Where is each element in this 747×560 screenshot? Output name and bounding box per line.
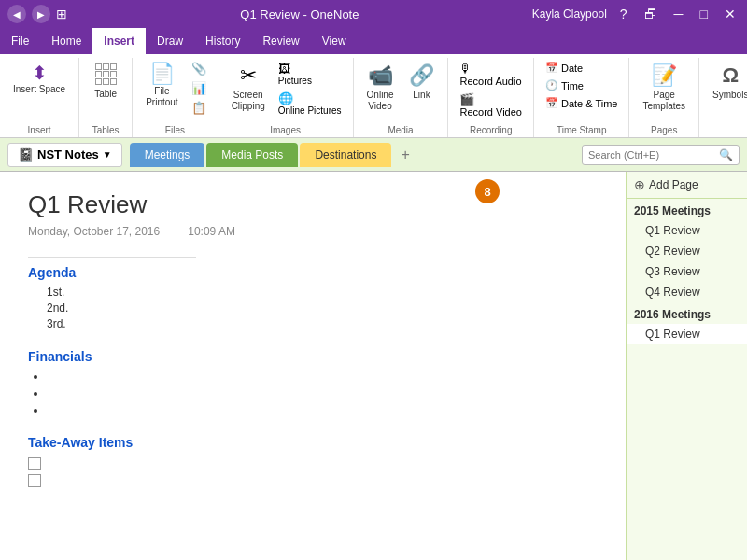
datetime-button[interactable]: 📅 Date & Time [542,95,622,111]
financials-heading: Financials [28,349,598,364]
main-area: 8 Q1 Review Monday, October 17, 2016 10:… [0,172,747,560]
time-button[interactable]: 🕐 Time [542,77,622,93]
ribbon-group-symbols: Ω Symbols [699,58,747,137]
section-tab-media[interactable]: Media Posts [206,143,298,167]
right-panel: ⊕ Add Page 2015 Meetings Q1 Review Q2 Re… [626,172,747,560]
attach-icon: 📎 [191,62,206,76]
add-page-button[interactable]: ⊕ Add Page [627,172,747,199]
page-templates-label: PageTemplates [642,90,685,112]
screen-clipping-button[interactable]: ✂ ScreenClipping [226,60,271,116]
menu-file[interactable]: File [0,28,40,54]
maximize-button[interactable]: □ [697,5,712,23]
images-group-label: Images [270,125,301,135]
online-video-button[interactable]: 📹 OnlineVideo [361,60,400,116]
menu-draw[interactable]: Draw [146,28,194,54]
datetime-label: Date & Time [561,98,618,109]
title-bar-left: ◀ ▶ ⊞ [7,5,67,23]
back-button[interactable]: ◀ [7,5,26,23]
attach-file-button[interactable]: 📎 [188,60,210,77]
recording-group-label: Recording [470,125,513,135]
page-q3-2015[interactable]: Q3 Review [627,261,747,282]
title-bar-right: Kayla Claypool ? 🗗 ─ □ ✕ [532,5,740,23]
link-button[interactable]: 🔗 Link [402,60,440,105]
printout-icon: 📄 [149,63,175,84]
date-icon-label: 📅 Date [545,62,583,74]
tables-group-label: Tables [92,125,120,135]
search-box: 🔍 [582,145,740,165]
forward-button[interactable]: ▶ [32,5,50,23]
online-pic-label: Online Pictures [278,105,342,116]
checkbox-2[interactable] [28,474,41,487]
quick-access-icon[interactable]: ⊞ [56,7,67,21]
time-label: Time [561,80,584,91]
close-button[interactable]: ✕ [721,5,740,23]
window-title: Q1 Review - OneNote [240,7,359,21]
restore-button[interactable]: 🗗 [641,5,661,23]
meta-divider [28,257,196,258]
symbols-button[interactable]: Ω Symbols [707,60,747,105]
table-label: Table [94,89,117,100]
notebook-label[interactable]: 📓 NST Notes ▼ [7,143,122,167]
section-tab-meetings[interactable]: Meetings [130,143,205,167]
search-icon[interactable]: 🔍 [719,148,733,161]
help-button[interactable]: ? [616,5,631,23]
printout-label: FilePrintout [146,86,177,108]
menu-home[interactable]: Home [40,28,92,54]
checkbox-1[interactable] [28,457,41,470]
tab-bar: 📓 NST Notes ▼ Meetings Media Posts Desti… [0,138,747,172]
date-button[interactable]: 📅 Date [542,60,622,76]
add-section-button[interactable]: + [393,143,416,167]
menu-bar: File Home Insert Draw History Review Vie… [0,28,747,54]
search-input[interactable] [588,149,719,161]
page-templates-icon: 📝 [652,63,677,88]
page-q2-2015[interactable]: Q2 Review [627,241,747,261]
online-pictures-button[interactable]: 🌐 Online Pictures [275,90,345,118]
menu-review[interactable]: Review [251,28,310,54]
page-content: 8 Q1 Review Monday, October 17, 2016 10:… [0,172,626,560]
menu-insert[interactable]: Insert [92,28,146,54]
menu-history[interactable]: History [194,28,251,54]
group-2015-label: 2015 Meetings [627,199,747,220]
insert-space-button[interactable]: ⬍ Insert Space [7,60,71,99]
record-video-button[interactable]: 🎬 Record Video [456,91,525,119]
menu-view[interactable]: View [311,28,358,54]
table-button[interactable]: Table [87,60,124,104]
page-q1-2016[interactable]: Q1 Review [627,324,747,344]
agenda-item-2: 2nd. [47,301,598,315]
spreadsheet-button[interactable]: 📊 [188,79,210,97]
time-icon-label: 🕐 Time [545,79,584,91]
symbols-icon: Ω [722,63,739,88]
forward-icon: ▶ [37,9,45,20]
ribbon-group-insert: ⬍ Insert Space Insert [0,58,79,137]
financial-item-3 [47,403,598,416]
file-options-col: 📎 📊 📋 [188,60,210,117]
page-title: Q1 Review [28,190,598,219]
files-group-label: Files [165,125,185,135]
media-group-label: Media [388,125,413,135]
step-badge: 8 [475,179,500,203]
record-audio-label: Record Audio [459,76,521,87]
spreadsheet-icon: 📊 [191,81,206,95]
record-audio-button[interactable]: 🎙 Record Audio [456,60,525,89]
title-bar: ◀ ▶ ⊞ Q1 Review - OneNote Kayla Claypool… [0,0,747,28]
date-icon: 📅 [545,62,558,74]
agenda-section: Agenda 1st. 2nd. 3rd. [28,265,598,330]
page-q4-2015[interactable]: Q4 Review [627,282,747,302]
pictures-button[interactable]: 🖼 Pictures [275,60,345,88]
ribbon-group-timestamp: 📅 Date 🕐 Time 📅 Date & Time [534,58,630,137]
section-tab-destinations[interactable]: Destinations [300,143,391,167]
file-printout-button[interactable]: 📄 FilePrintout [140,60,183,112]
ribbon-group-recording: 🎙 Record Audio 🎬 Record Video Recording [448,58,533,137]
ribbon-group-images: ✂ ScreenClipping 🖼 Pictures 🌐 Online Pic… [218,58,354,137]
pages-group-label: Pages [651,125,677,135]
insert-space-icon: ⬍ [32,63,48,82]
ribbon-group-files: 📄 FilePrintout 📎 📊 📋 Files [133,58,218,137]
doc-button[interactable]: 📋 [188,99,210,117]
video-label: OnlineVideo [367,90,394,112]
minimize-button[interactable]: ─ [670,5,687,23]
agenda-item-3: 3rd. [47,317,598,330]
recording-col: 🎙 Record Audio 🎬 Record Video [456,60,525,119]
page-q1-2015[interactable]: Q1 Review [627,220,747,241]
pictures-icon: 🖼 [278,62,290,76]
page-templates-button[interactable]: 📝 PageTemplates [637,60,691,116]
